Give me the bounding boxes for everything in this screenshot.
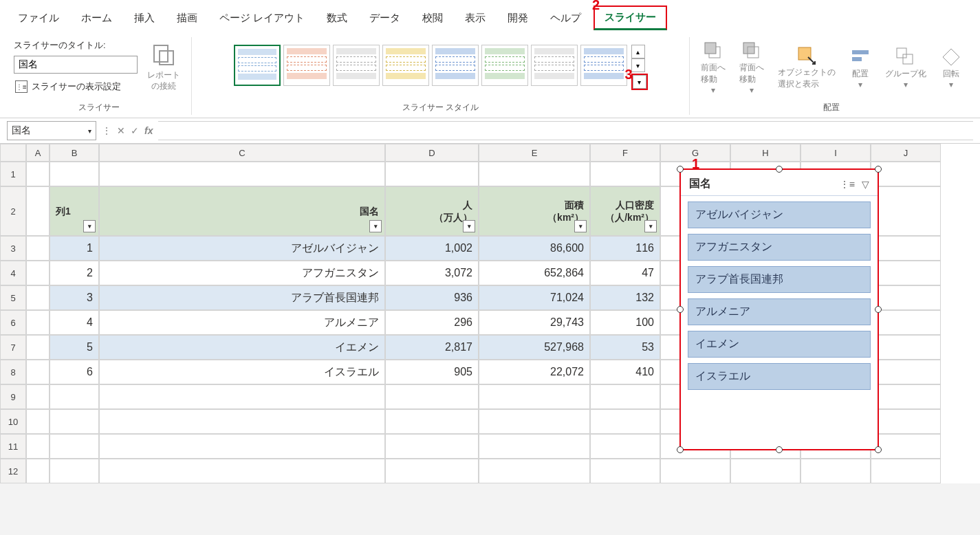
table-cell[interactable]: 22,072 <box>479 360 590 384</box>
align-button[interactable]: 配置▾ <box>845 43 875 92</box>
cell[interactable] <box>50 384 99 409</box>
table-cell[interactable]: イスラエル <box>99 360 385 384</box>
cell[interactable] <box>50 434 99 459</box>
cell[interactable] <box>801 459 871 483</box>
slicer-item[interactable]: アゼルバイジャン <box>688 201 871 228</box>
row-header[interactable]: 5 <box>0 285 26 310</box>
table-cell[interactable]: 5 <box>50 335 99 360</box>
row-header[interactable]: 11 <box>0 434 26 459</box>
table-cell[interactable]: 100 <box>590 310 660 335</box>
table-cell[interactable]: 905 <box>385 360 479 384</box>
cell[interactable] <box>26 434 50 459</box>
col-header[interactable]: F <box>590 144 660 162</box>
col-header[interactable]: C <box>99 144 385 162</box>
table-header[interactable]: 面積 （km²）▾ <box>479 186 590 236</box>
table-cell[interactable]: 4 <box>50 310 99 335</box>
slicer-style-3[interactable] <box>333 45 380 86</box>
table-cell[interactable]: 2,817 <box>385 335 479 360</box>
cell[interactable] <box>479 459 590 483</box>
slicer-title-input[interactable] <box>14 56 138 74</box>
row-header[interactable]: 4 <box>0 261 26 285</box>
table-cell[interactable]: 47 <box>590 261 660 285</box>
cell[interactable] <box>99 459 385 483</box>
fx-icon[interactable]: fx <box>144 125 153 136</box>
cell[interactable] <box>590 162 660 186</box>
report-connections-button[interactable]: レポート の接続 <box>143 40 184 94</box>
resize-handle[interactable] <box>875 446 882 453</box>
cell[interactable] <box>385 384 479 409</box>
multi-select-icon[interactable]: ⋮≡ <box>840 179 855 190</box>
cell[interactable] <box>479 434 590 459</box>
cell[interactable] <box>590 384 660 409</box>
cell[interactable] <box>26 236 50 261</box>
cell[interactable] <box>871 285 941 310</box>
cell[interactable] <box>871 236 941 261</box>
cell[interactable] <box>26 335 50 360</box>
col-header[interactable]: B <box>50 144 99 162</box>
cell[interactable] <box>26 162 50 186</box>
table-cell[interactable]: 3 <box>50 285 99 310</box>
slicer-style-1[interactable] <box>234 45 281 86</box>
tab-formulas[interactable]: 数式 <box>317 8 357 29</box>
cell[interactable] <box>26 261 50 285</box>
cell[interactable] <box>871 434 941 459</box>
table-header[interactable]: 国名▾ <box>99 186 385 236</box>
slicer-settings-button[interactable]: ⋮≡ スライサーの表示設定 <box>14 78 138 96</box>
col-header[interactable]: A <box>26 144 50 162</box>
row-header[interactable]: 12 <box>0 459 26 483</box>
resize-handle[interactable] <box>776 166 783 173</box>
table-cell[interactable]: 116 <box>590 236 660 261</box>
col-header[interactable]: D <box>385 144 479 162</box>
slicer-item[interactable]: イエメン <box>688 331 871 358</box>
cell[interactable] <box>871 384 941 409</box>
bring-forward-button[interactable]: 前面へ 移動▾ <box>697 37 730 98</box>
row-header[interactable]: 2 <box>0 186 26 236</box>
cell[interactable] <box>590 409 660 434</box>
cell[interactable] <box>385 434 479 459</box>
tab-help[interactable]: ヘルプ <box>541 8 591 29</box>
slicer-item[interactable]: イスラエル <box>688 363 871 390</box>
cancel-icon[interactable]: ✕ <box>117 125 125 136</box>
cell[interactable] <box>50 162 99 186</box>
clear-filter-icon[interactable]: ▽ <box>862 179 869 190</box>
cell[interactable] <box>99 409 385 434</box>
slicer-style-7[interactable] <box>531 45 578 86</box>
resize-handle[interactable] <box>677 446 684 453</box>
tab-draw[interactable]: 描画 <box>167 8 207 29</box>
table-cell[interactable]: 652,864 <box>479 261 590 285</box>
table-cell[interactable]: 1 <box>50 236 99 261</box>
cell[interactable] <box>479 409 590 434</box>
rotate-button[interactable]: 回転▾ <box>936 43 966 92</box>
cell[interactable] <box>50 409 99 434</box>
cell[interactable] <box>871 335 941 360</box>
formula-input[interactable] <box>158 121 973 140</box>
selection-pane-button[interactable]: オブジェクトの 選択と表示 <box>774 42 840 93</box>
table-cell[interactable]: 296 <box>385 310 479 335</box>
slicer-panel[interactable]: 国名 ⋮≡ ▽ アゼルバイジャン アフガニスタン アラブ首長国連邦 アルメニア … <box>679 168 879 450</box>
tab-slicer[interactable]: スライサー <box>594 6 667 30</box>
cell[interactable] <box>479 162 590 186</box>
table-cell[interactable]: 2 <box>50 261 99 285</box>
tab-data[interactable]: データ <box>360 8 410 29</box>
cell[interactable] <box>479 384 590 409</box>
slicer-style-5[interactable] <box>432 45 479 86</box>
cell[interactable] <box>590 459 660 483</box>
table-cell[interactable]: アラブ首長国連邦 <box>99 285 385 310</box>
cell[interactable] <box>385 162 479 186</box>
cell[interactable] <box>99 384 385 409</box>
filter-icon[interactable]: ▾ <box>369 220 382 232</box>
cell[interactable] <box>871 409 941 434</box>
col-header[interactable]: H <box>730 144 801 162</box>
col-header[interactable]: E <box>479 144 590 162</box>
table-header[interactable]: 人 （万人）▾ <box>385 186 479 236</box>
gallery-scroll-down[interactable]: ▾ <box>631 58 645 72</box>
cell[interactable] <box>871 360 941 384</box>
row-header[interactable]: 8 <box>0 360 26 384</box>
row-header[interactable]: 7 <box>0 335 26 360</box>
row-header[interactable]: 10 <box>0 409 26 434</box>
cell[interactable] <box>26 285 50 310</box>
cell[interactable] <box>385 459 479 483</box>
cell[interactable] <box>871 186 941 236</box>
cell[interactable] <box>99 434 385 459</box>
resize-handle[interactable] <box>677 166 684 173</box>
